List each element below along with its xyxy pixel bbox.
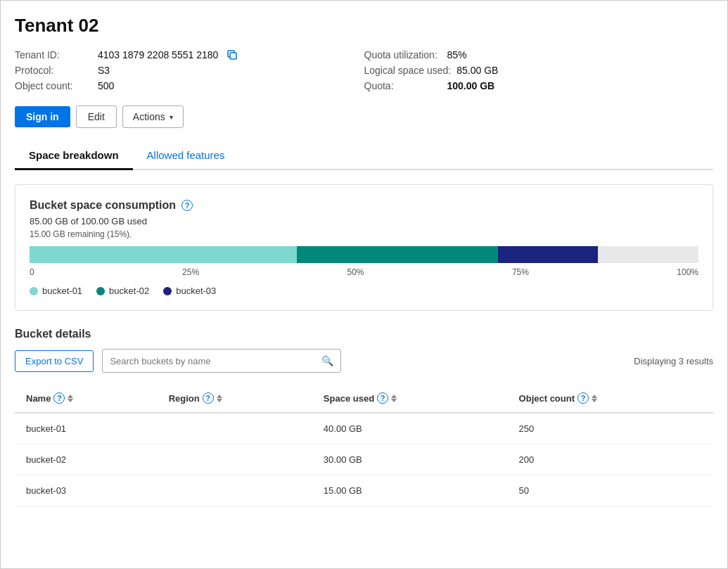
col-space-used-label: Space used [324,393,374,404]
tenant-info: Tenant ID: 4103 1879 2208 5551 2180 Prot… [15,49,713,91]
actions-label: Actions [133,111,165,122]
bar-label-50: 50% [347,267,364,277]
protocol-value: S3 [98,65,110,76]
tab-allowed-features[interactable]: Allowed features [133,142,239,170]
bucket-table: Name ? Region ? [15,384,713,506]
table-header-row: Name ? Region ? [15,384,713,413]
table-row: bucket-02 30.00 GB 200 [15,445,713,475]
svg-rect-0 [230,53,236,59]
cell-object-count: 50 [508,475,713,506]
tabs: Space breakdown Allowed features [15,142,713,170]
quota-util-label: Quota utilization: [364,49,442,60]
object-count-label: Object count: [15,80,92,91]
search-input[interactable] [110,356,321,366]
col-name-label: Name [26,393,51,404]
legend-dot-bucket-02 [96,287,105,295]
bar-label-100: 100% [677,267,698,277]
cell-object-count: 250 [508,413,713,445]
tab-content: Bucket space consumption ? 85.00 GB of 1… [15,170,713,520]
bar-labels: 0 25% 50% 75% 100% [30,267,698,277]
legend-label-bucket-02: bucket-02 [109,286,149,296]
cell-object-count: 200 [508,445,713,475]
legend-dot-bucket-03 [163,287,172,295]
action-bar: Sign in Edit Actions ▾ [15,106,713,128]
space-used-help-icon[interactable]: ? [377,392,388,404]
table-row: bucket-03 15.00 GB 50 [15,475,713,506]
tab-space-breakdown[interactable]: Space breakdown [15,142,133,170]
quota-label: Quota: [364,80,442,91]
bar-label-25: 25% [182,267,199,277]
name-sort-icon[interactable] [68,395,73,402]
cell-region [158,413,312,445]
search-icon: 🔍 [321,355,333,366]
actions-button[interactable]: Actions ▾ [122,106,184,128]
sign-in-button[interactable]: Sign in [15,106,70,127]
object-count-value: 500 [98,80,114,91]
chart-remaining-text: 15.00 GB remaining (15%). [30,229,698,239]
tenant-id-label: Tenant ID: [15,49,92,60]
tenant-id-value: 4103 1879 2208 5551 2180 [98,49,218,60]
search-box: 🔍 [102,349,341,373]
legend-bucket-02: bucket-02 [96,286,149,296]
legend-dot-bucket-01 [30,287,38,295]
cell-region [158,475,312,506]
bar-label-75: 75% [512,267,529,277]
quota-value: 100.00 GB [447,80,495,91]
bucket-details-title: Bucket details [15,328,713,340]
bucket-details-section: Bucket details Export to CSV 🔍 Displayin… [15,328,713,506]
col-space-used: Space used ? [312,384,508,413]
region-help-icon[interactable]: ? [203,392,214,404]
bucket-actions-bar: Export to CSV 🔍 Displaying 3 results [15,349,713,373]
cell-region [158,445,312,475]
legend-bucket-03: bucket-03 [163,286,216,296]
quota-util-value: 85% [447,49,467,60]
bucket-consumption-card: Bucket space consumption ? 85.00 GB of 1… [15,184,713,311]
col-object-count: Object count ? [508,384,713,413]
chart-help-icon[interactable]: ? [181,200,193,211]
results-count: Displaying 3 results [634,356,713,366]
export-csv-button[interactable]: Export to CSV [15,350,94,372]
cell-space-used: 40.00 GB [312,413,508,445]
cell-name: bucket-03 [15,475,158,506]
object-count-help-icon[interactable]: ? [577,392,589,404]
copy-icon[interactable] [226,49,238,60]
logical-space-value: 85.00 GB [456,65,498,76]
page-title: Tenant 02 [15,15,713,37]
col-name: Name ? [15,384,158,413]
edit-button[interactable]: Edit [76,106,117,128]
col-region-label: Region [169,393,200,404]
legend-label-bucket-01: bucket-01 [42,286,82,296]
col-region: Region ? [158,384,312,413]
usage-bar [30,246,698,263]
cell-space-used: 15.00 GB [312,475,508,506]
chart-usage-text: 85.00 GB of 100.00 GB used [30,216,698,226]
col-object-count-label: Object count [519,393,575,404]
space-used-sort-icon[interactable] [391,395,397,402]
name-help-icon[interactable]: ? [53,392,65,404]
cell-space-used: 30.00 GB [312,445,508,475]
object-count-sort-icon[interactable] [592,395,597,402]
region-sort-icon[interactable] [217,395,222,402]
chart-title: Bucket space consumption [30,199,176,212]
cell-name: bucket-02 [15,445,158,475]
protocol-label: Protocol: [15,65,92,76]
legend-label-bucket-03: bucket-03 [176,286,216,296]
chart-legend: bucket-01 bucket-02 bucket-03 [30,286,698,296]
bar-label-0: 0 [30,267,34,277]
table-row: bucket-01 40.00 GB 250 [15,413,713,445]
cell-name: bucket-01 [15,413,158,445]
chevron-down-icon: ▾ [170,113,173,121]
legend-bucket-01: bucket-01 [30,286,82,296]
logical-space-label: Logical space used: [364,65,452,76]
bar-bucket-02 [297,246,497,263]
bar-bucket-03 [498,246,599,263]
bar-bucket-01 [30,246,297,263]
